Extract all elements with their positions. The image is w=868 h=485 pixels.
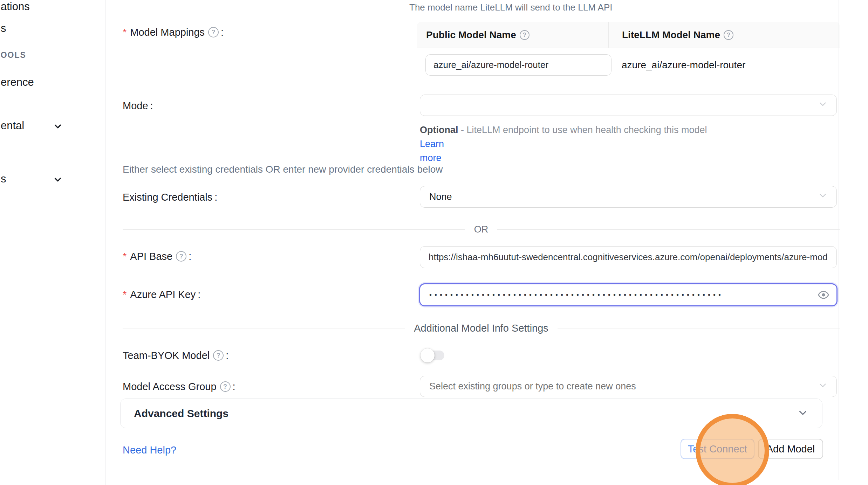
sidebar-item-s2[interactable]: s bbox=[1, 172, 6, 186]
existing-credentials-select[interactable]: None bbox=[420, 186, 837, 208]
toggle-knob bbox=[421, 348, 435, 362]
label-colon: : bbox=[221, 26, 224, 39]
label-colon: : bbox=[226, 349, 228, 362]
advanced-settings-panel[interactable]: Advanced Settings bbox=[120, 399, 822, 428]
litellm-model-name-helper: The model name LiteLLM will send to the … bbox=[409, 2, 613, 13]
eye-icon[interactable] bbox=[818, 289, 829, 301]
mode-label: Mode : bbox=[123, 99, 153, 112]
team-byok-toggle[interactable] bbox=[421, 348, 445, 362]
help-icon[interactable]: ? bbox=[208, 27, 219, 37]
sidebar-item-label: ations bbox=[1, 0, 30, 13]
required-asterisk: * bbox=[123, 250, 127, 263]
table-header-row: Public Model Name ? LiteLLM Model Name ? bbox=[417, 22, 840, 48]
sidebar-item-erence[interactable]: erence bbox=[1, 76, 34, 89]
label-colon: : bbox=[189, 250, 191, 263]
help-icon[interactable]: ? bbox=[176, 251, 186, 262]
divider-line bbox=[558, 328, 840, 328]
test-connect-button[interactable]: Test Connect bbox=[681, 439, 754, 459]
model-mappings-table: Public Model Name ? LiteLLM Model Name ?… bbox=[417, 22, 840, 82]
advanced-settings-title: Advanced Settings bbox=[134, 408, 228, 420]
team-byok-label: Team-BYOK Model ? : bbox=[123, 349, 228, 362]
or-divider: OR bbox=[123, 224, 840, 235]
sidebar: ations s TOOLS erence ental s bbox=[0, 0, 105, 485]
chevron-down-icon bbox=[53, 121, 63, 133]
existing-credentials-value: None bbox=[429, 192, 452, 202]
chevron-down-icon bbox=[818, 380, 828, 393]
divider-line bbox=[497, 229, 840, 230]
mode-helper-text: Optional - LiteLLM endpoint to use when … bbox=[420, 123, 728, 165]
chevron-down-icon bbox=[818, 190, 828, 203]
help-icon[interactable]: ? bbox=[213, 350, 224, 361]
model-access-group-input[interactable] bbox=[420, 376, 836, 397]
learn-more-link[interactable]: more bbox=[420, 153, 442, 163]
divider-line bbox=[123, 229, 465, 230]
masked-api-key: ••••••••••••••••••••••••••••••••••••••••… bbox=[429, 291, 724, 299]
credentials-note: Either select existing credentials OR en… bbox=[123, 164, 443, 175]
additional-settings-divider: Additional Model Info Settings bbox=[123, 323, 840, 334]
existing-credentials-label: Existing Credentials : bbox=[123, 191, 217, 203]
card-right-border bbox=[839, 0, 839, 480]
need-help-link[interactable]: Need Help? bbox=[123, 444, 176, 456]
sidebar-section-tools: TOOLS bbox=[0, 50, 26, 60]
help-icon[interactable]: ? bbox=[220, 381, 231, 392]
model-access-group-label: Model Access Group ? : bbox=[123, 380, 235, 393]
col-public-model-name: Public Model Name ? bbox=[417, 22, 609, 48]
divider-line bbox=[123, 328, 405, 328]
sidebar-item-label: s bbox=[1, 22, 6, 34]
sidebar-section-label: TOOLS bbox=[0, 50, 26, 60]
sidebar-item-label: s bbox=[1, 173, 6, 185]
azure-api-key-input[interactable]: ••••••••••••••••••••••••••••••••••••••••… bbox=[419, 283, 838, 306]
help-icon[interactable]: ? bbox=[724, 30, 733, 40]
add-model-button[interactable]: Add Model bbox=[758, 439, 823, 459]
sidebar-item-ations[interactable]: ations bbox=[1, 0, 30, 13]
api-base-label: * API Base ? : bbox=[123, 250, 191, 263]
learn-more-link[interactable]: Learn bbox=[420, 139, 444, 149]
sidebar-divider bbox=[105, 0, 105, 485]
label-colon: : bbox=[233, 380, 235, 393]
api-base-input[interactable] bbox=[420, 246, 837, 268]
additional-settings-title: Additional Model Info Settings bbox=[414, 323, 548, 334]
sidebar-item-label: erence bbox=[1, 76, 34, 88]
help-icon[interactable]: ? bbox=[520, 30, 529, 40]
mode-select[interactable] bbox=[420, 95, 837, 116]
label-colon: : bbox=[198, 288, 200, 301]
required-asterisk: * bbox=[123, 288, 127, 301]
azure-api-key-label: * Azure API Key : bbox=[123, 288, 200, 301]
sidebar-item-label: ental bbox=[1, 119, 24, 132]
add-model-page: ations s TOOLS erence ental s The model … bbox=[0, 0, 868, 485]
litellm-model-name-value: azure_ai/azure-model-router bbox=[622, 48, 745, 82]
chevron-down-icon bbox=[53, 174, 63, 186]
label-colon: : bbox=[214, 191, 217, 203]
sidebar-item-s1[interactable]: s bbox=[1, 22, 6, 35]
label-colon: : bbox=[150, 99, 153, 112]
required-asterisk: * bbox=[123, 26, 127, 39]
chevron-down-icon bbox=[797, 407, 809, 420]
card-bottom-border bbox=[105, 480, 839, 480]
chevron-down-icon bbox=[818, 99, 828, 112]
table-row: azure_ai/azure-model-router bbox=[417, 48, 840, 82]
model-access-group-select[interactable] bbox=[420, 376, 837, 397]
sidebar-item-ental[interactable]: ental bbox=[1, 119, 24, 132]
col-litellm-model-name: LiteLLM Model Name ? bbox=[609, 22, 840, 48]
public-model-name-input[interactable] bbox=[425, 54, 611, 76]
model-mappings-label: * Model Mappings ? : bbox=[123, 26, 224, 39]
or-text: OR bbox=[474, 224, 488, 235]
